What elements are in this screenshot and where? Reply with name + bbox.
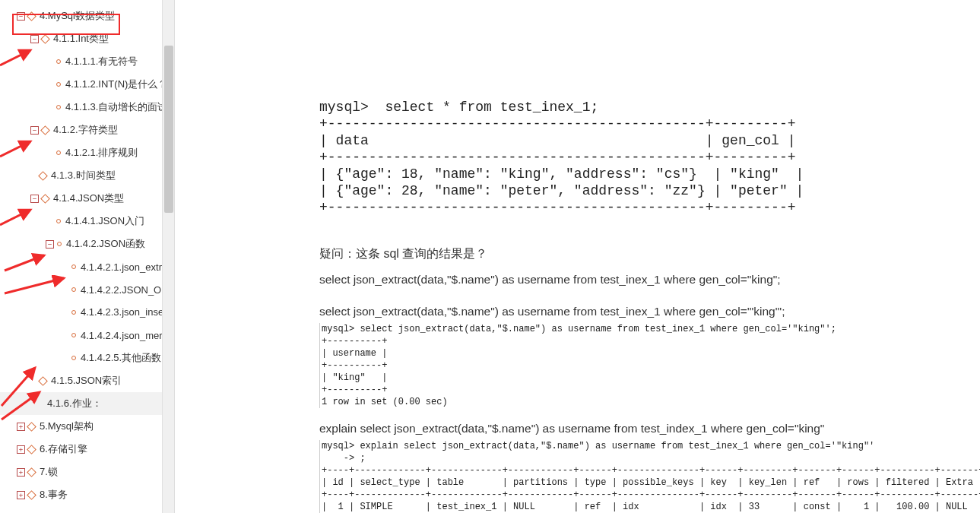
tree-item-label: 4.1.4.1.JSON入门 (65, 214, 144, 228)
diamond-icon (27, 445, 36, 454)
collapse-icon[interactable] (30, 35, 39, 43)
tree-item-label: 7.锁 (40, 465, 58, 479)
bullet-icon (56, 59, 61, 64)
bullet-icon (71, 287, 76, 292)
sidebar: 4.MySql数据类型4.1.1.Int类型4.1.1.1.有无符号4.1.1.… (0, 0, 175, 513)
tree-item[interactable]: 4.1.4.2.4.json_merge (0, 324, 174, 347)
question-text: 疑问：这条 sql 查询的结果是？ (319, 246, 965, 262)
diamond-icon (40, 34, 50, 44)
content-area: mysql> select * from test_inex_1; +-----… (190, 0, 980, 513)
tree-item-label: 4.1.4.JSON类型 (53, 192, 124, 205)
tree-item[interactable]: 7.锁 (0, 461, 174, 483)
sql-statement-3: explain select json_extract(data,"$.name… (319, 422, 965, 435)
diamond-icon (38, 376, 48, 386)
bullet-icon (71, 333, 76, 337)
tree-item-label: 4.1.1.3.自动增长的面试题 (65, 100, 174, 114)
tree-item-label: 4.1.3.时间类型 (51, 169, 116, 182)
tree-item-label: 4.1.5.JSON索引 (51, 374, 122, 388)
expand-icon[interactable] (17, 423, 25, 431)
tree-item-label: 4.MySql数据类型 (40, 9, 115, 23)
tree-item[interactable]: 4.1.4.2.2.JSON_OBJE (0, 278, 174, 301)
tree-item[interactable]: 6.存储引擎 (0, 438, 174, 461)
bullet-icon (56, 219, 61, 223)
tree-item[interactable]: 4.1.3.时间类型 (0, 164, 174, 187)
tree-item[interactable]: 4.1.4.1.JSON入门 (0, 210, 174, 233)
bullet-icon (57, 242, 62, 246)
collapse-icon[interactable] (30, 126, 39, 135)
tree-item[interactable]: 4.1.4.2.5.其他函数： (0, 347, 174, 369)
tree-item-label: 4.1.4.2.4.json_merge (81, 330, 173, 341)
diamond-icon (27, 422, 36, 432)
tree: 4.MySql数据类型4.1.1.Int类型4.1.1.1.有无符号4.1.1.… (0, 0, 174, 506)
collapse-icon[interactable] (17, 12, 25, 21)
diamond-icon (27, 490, 36, 500)
tree-item-label: 4.1.4.2.2.JSON_OBJE (81, 284, 174, 296)
tree-item-label: 4.1.4.2.5.其他函数： (81, 351, 171, 365)
tree-item-label: 4.1.2.字符类型 (53, 123, 118, 137)
tree-item[interactable]: 4.1.4.2.JSON函数 (0, 233, 174, 255)
tree-item[interactable]: 4.MySql数据类型 (0, 5, 174, 27)
tree-item-label: 4.1.6.作业： (47, 397, 102, 410)
tree-item[interactable]: 4.1.1.2.INT(N)是什么？ (0, 73, 174, 96)
tree-item[interactable]: 4.1.2.1.排序规则 (0, 141, 174, 164)
sidebar-scrollbar[interactable] (162, 0, 174, 513)
tree-item-label: 4.1.1.2.INT(N)是什么？ (65, 78, 167, 91)
bullet-icon (71, 310, 76, 315)
sql-statement-1: select json_extract(data,"$.name") as us… (319, 273, 965, 287)
sql-result-block-2: mysql> select json_extract(data,"$.name"… (319, 323, 965, 408)
tree-item[interactable]: 4.1.6.作业： (0, 392, 174, 415)
diamond-icon (27, 11, 36, 21)
tree-item-label: 4.1.2.1.排序规则 (65, 146, 138, 160)
tree-item[interactable]: 8.事务 (0, 483, 174, 506)
collapse-icon[interactable] (46, 240, 54, 249)
tree-item[interactable]: 4.1.1.Int类型 (0, 27, 174, 50)
diamond-icon (27, 467, 36, 477)
tree-item[interactable]: 4.1.1.3.自动增长的面试题 (0, 96, 174, 119)
expand-icon[interactable] (17, 445, 25, 454)
bullet-icon (71, 264, 76, 269)
scrollbar-thumb[interactable] (164, 46, 173, 213)
diamond-icon (40, 194, 50, 204)
bullet-icon (56, 105, 61, 109)
sql-result-block-3: mysql> explain select json_extract(data,… (319, 440, 965, 513)
bullet-icon (56, 150, 61, 155)
bullet-icon (56, 82, 61, 87)
tree-item[interactable]: 4.1.2.字符类型 (0, 119, 174, 141)
tree-item-label: 4.1.4.2.3.json_insert 扌 (81, 306, 174, 319)
tree-item-label: 4.1.4.2.1.json_extract (81, 261, 174, 273)
tree-item[interactable]: 4.1.5.JSON索引 (0, 369, 174, 392)
tree-item-label: 4.1.1.1.有无符号 (65, 55, 138, 68)
tree-item-label: 5.Mysql架构 (40, 420, 94, 433)
tree-item[interactable]: 4.1.4.2.3.json_insert 扌 (0, 301, 174, 324)
tree-item-label: 8.事务 (40, 488, 68, 502)
tree-item[interactable]: 4.1.4.JSON类型 (0, 187, 174, 210)
diamond-icon (40, 125, 50, 135)
bullet-icon (71, 356, 76, 360)
tree-item-label: 6.存储引擎 (40, 442, 87, 456)
sql-statement-2: select json_extract(data,"$.name") as us… (319, 305, 965, 318)
tree-item[interactable]: 5.Mysql架构 (0, 415, 174, 438)
tree-item[interactable]: 4.1.1.1.有无符号 (0, 50, 174, 73)
tree-item-label: 4.1.1.Int类型 (53, 32, 109, 46)
sql-result-block-1: mysql> select * from test_inex_1; +-----… (319, 99, 965, 216)
tree-item-label: 4.1.4.2.JSON函数 (66, 237, 145, 251)
diamond-icon (38, 171, 48, 181)
collapse-icon[interactable] (30, 195, 39, 203)
expand-icon[interactable] (17, 491, 25, 499)
tree-item[interactable]: 4.1.4.2.1.json_extract (0, 255, 174, 278)
expand-icon[interactable] (17, 468, 25, 477)
